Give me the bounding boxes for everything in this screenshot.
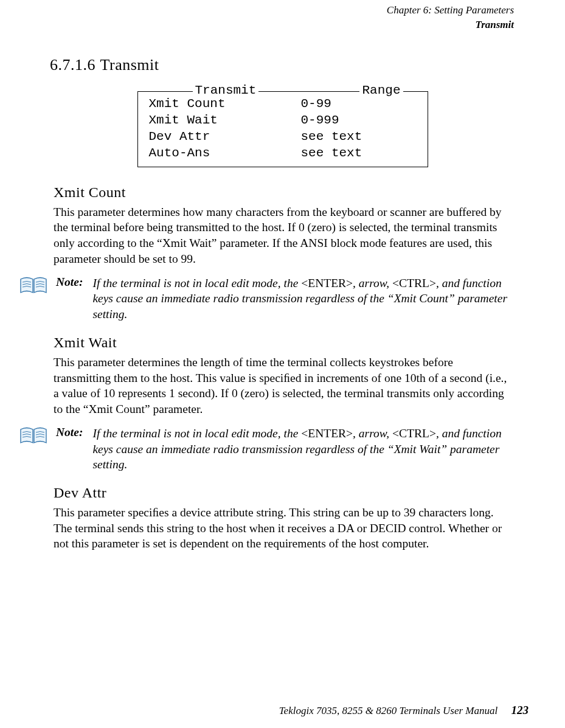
note-xmit-wait: Note: If the terminal is not in local ed… (54, 426, 511, 473)
section-title: Transmit (100, 56, 159, 74)
note-xmit-count: Note: If the terminal is not in local ed… (54, 276, 511, 322)
param-name: Dev Attr (149, 128, 301, 145)
param-range: see text (301, 145, 362, 161)
paragraph-xmit-count: This parameter determines how many chara… (54, 204, 511, 267)
footer-text: Teklogix 7035, 8255 & 8260 Terminals Use… (279, 705, 498, 716)
section-heading: 6.7.1.6 Transmit (50, 56, 511, 74)
page-footer: Teklogix 7035, 8255 & 8260 Terminals Use… (279, 704, 529, 717)
paragraph-dev-attr: This parameter speciﬁes a device attribu… (54, 505, 511, 552)
transmit-range-box: Transmit Range Xmit Count 0-99 Xmit Wait… (137, 91, 428, 167)
header-chapter: Chapter 6: Setting Parameters (387, 4, 514, 16)
param-row: Auto-Ans see text (149, 145, 417, 161)
param-name: Xmit Count (149, 95, 301, 112)
subheading-xmit-wait: Xmit Wait (54, 335, 511, 351)
param-row: Xmit Wait 0-999 (149, 112, 417, 128)
note-text: If the terminal is not in local edit mod… (92, 276, 511, 322)
subheading-dev-attr: Dev Attr (54, 485, 511, 501)
param-row: Xmit Count 0-99 (149, 95, 417, 112)
note-label: Note: (56, 426, 83, 439)
box-legend-transmit: Transmit (193, 83, 259, 97)
book-icon (19, 277, 56, 295)
running-header: Chapter 6: Setting Parameters Transmit (54, 2, 514, 32)
header-topic: Transmit (475, 19, 514, 30)
note-label: Note: (56, 276, 83, 289)
book-icon (19, 427, 56, 445)
param-name: Xmit Wait (149, 112, 301, 128)
section-number: 6.7.1.6 (50, 56, 96, 74)
param-range: see text (301, 128, 362, 145)
param-name: Auto-Ans (149, 145, 301, 161)
paragraph-xmit-wait: This parameter determines the length of … (54, 355, 511, 417)
param-range: 0-999 (301, 112, 339, 128)
subheading-xmit-count: Xmit Count (54, 184, 511, 201)
note-text: If the terminal is not in local edit mod… (92, 426, 511, 473)
param-range: 0-99 (301, 95, 331, 112)
page-number: 123 (511, 704, 529, 716)
box-legend-range: Range (359, 83, 403, 97)
param-row: Dev Attr see text (149, 128, 417, 145)
